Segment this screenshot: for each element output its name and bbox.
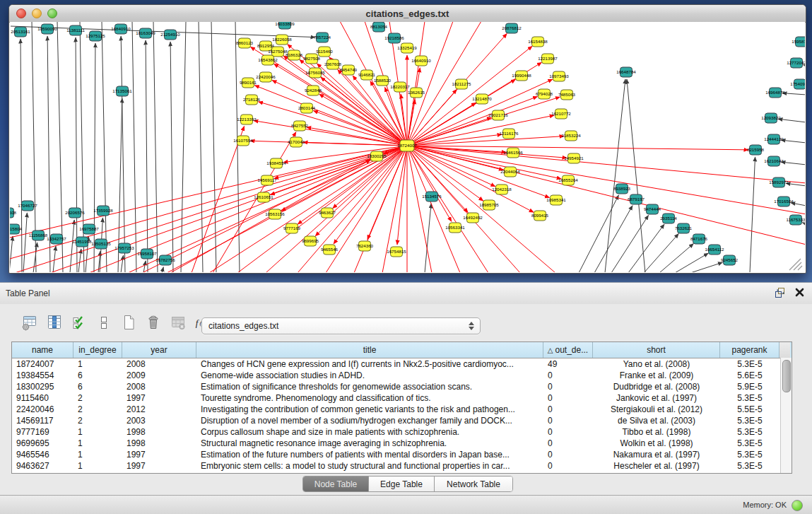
float-panel-icon[interactable] [774,286,786,298]
cell-year[interactable]: 2008 [122,359,196,369]
cell-year[interactable]: 2008 [122,382,196,392]
graph-node[interactable]: 18724007 [397,140,417,151]
graph-edge[interactable] [644,233,678,272]
graph-edge[interactable] [254,86,407,146]
graph-edge[interactable] [23,213,27,272]
graph-edge[interactable] [781,140,805,143]
graph-edge[interactable] [10,146,407,238]
show-columns-icon[interactable] [46,314,63,331]
graph-edge[interactable] [611,215,649,272]
table-row[interactable]: 977716911998Corpus callosum shape and si… [12,426,792,438]
cell-title[interactable]: Embryonic stem cells: a model to study s… [196,461,543,471]
cell-short[interactable]: Dudbridge et al. (2008) [593,382,720,392]
table-row[interactable]: 1938455462009Genome-wide association stu… [12,370,792,381]
graph-node[interactable]: 9890161 [240,78,257,88]
cell-short[interactable]: Stergiakouli et al. (2012) [593,404,720,414]
graph-edge[interactable] [10,236,13,272]
cell-name[interactable]: 9699695 [12,438,73,448]
cell-out_degree[interactable]: 0 [543,393,593,403]
graph-node[interactable]: 9146821 [358,70,376,80]
graph-node[interactable]: 20206576 [65,208,85,218]
cell-in_degree[interactable]: 2 [73,416,122,426]
graph-node[interactable]: 1362615 [408,88,425,98]
select-rows-icon[interactable] [71,314,88,331]
graph-node[interactable]: 17135061 [112,86,132,96]
cell-short[interactable]: de Silva et al. (2003) [593,416,720,426]
table-row[interactable]: 1830029562008Estimation of significance … [12,381,792,392]
cell-in_degree[interactable]: 1 [73,461,122,471]
graph-edge[interactable] [146,40,148,272]
cell-title[interactable]: Investigating the contribution of common… [196,404,543,414]
table-row[interactable]: 946554611997Estimation of the future num… [12,449,792,460]
cell-name[interactable]: 14569117 [12,416,73,426]
graph-node[interactable]: 13325419 [397,43,417,53]
cell-short[interactable]: Jankovic et al. (1997) [593,393,720,403]
graph-node[interactable]: 9634508 [10,208,17,218]
cell-year[interactable]: 2009 [122,370,196,380]
tab-edge-table[interactable]: Edge Table [369,477,435,491]
graph-node[interactable]: 8813054 [370,22,388,32]
table-settings-icon[interactable] [21,314,38,331]
cell-pagerank[interactable]: 5.9E-5 [720,382,779,392]
column-header-short[interactable]: short [593,342,720,358]
graph-node[interactable]: 16840910 [111,24,131,34]
cell-in_degree[interactable]: 1 [73,450,122,460]
cell-name[interactable]: 22420046 [12,404,73,414]
graph-edge[interactable] [272,80,407,146]
cell-pagerank[interactable]: 5.3E-5 [720,438,779,448]
cell-out_degree[interactable]: 49 [543,359,593,369]
graph-edge[interactable] [80,22,84,272]
graph-edge[interactable] [579,195,618,272]
graph-node[interactable]: 7857224 [314,33,331,42]
graph-node[interactable]: 7632621 [675,223,693,233]
network-window-titlebar[interactable]: citations_edges.txt [9,5,806,23]
cell-out_degree[interactable]: 0 [543,416,593,426]
graph-node[interactable]: 21254910 [160,30,180,40]
graph-node[interactable]: 9777169 [283,223,301,233]
graph-node[interactable]: 9115460 [316,47,333,57]
cell-in_degree[interactable]: 2 [73,404,122,414]
cell-short[interactable]: Tibbo et al. (1998) [593,427,720,437]
graph-edge[interactable] [425,204,431,272]
graph-edge[interactable] [407,146,805,214]
graph-edge[interactable] [628,224,664,272]
graph-node[interactable]: 15892971 [769,177,789,187]
graph-node[interactable]: 16640910 [411,56,431,66]
graph-edge[interactable] [170,42,173,272]
table-row[interactable]: 969969511998Structural magnetic resonanc… [12,438,792,449]
delete-table-icon[interactable] [170,314,187,331]
cell-title[interactable]: Estimation of significance thresholds fo… [196,382,543,392]
graph-edge[interactable] [782,93,805,95]
cell-year[interactable]: 2003 [122,416,196,426]
canvas-resize-grip[interactable] [789,259,802,270]
column-header-pagerank[interactable]: pagerank [720,342,779,358]
graph-node[interactable]: 15958712 [792,37,805,47]
table-row[interactable]: 946362711997Embryonic stem cells: a mode… [12,460,792,472]
graph-node[interactable]: 17540994 [790,79,805,89]
column-header-out_degree[interactable]: △out_de... [543,342,593,358]
graph-node[interactable]: 16107554 [233,136,253,146]
graph-edge[interactable] [690,262,722,272]
cell-name[interactable]: 19384554 [12,370,73,380]
graph-node[interactable]: 2718126 [243,95,261,105]
graph-node[interactable]: 8860123 [236,38,254,48]
table-row[interactable]: 1872400712008Changes of HCN gene express… [12,358,792,370]
cell-pagerank[interactable]: 5.3E-5 [720,450,779,460]
cell-pagerank[interactable]: 5.5E-5 [720,404,779,414]
graph-node[interactable]: 12213987 [538,54,558,64]
cell-year[interactable]: 1997 [122,461,196,471]
cell-short[interactable]: Hescheler et al. (1997) [593,461,720,471]
graph-edge[interactable] [315,146,407,236]
graph-node[interactable]: 8186328 [286,50,303,60]
graph-node[interactable]: 2367608 [324,59,342,69]
cell-in_degree[interactable]: 1 [73,359,122,369]
cell-short[interactable]: Wolkin et al. (1998) [593,438,720,448]
cell-pagerank[interactable]: 5.3E-5 [720,393,779,403]
graph-edge[interactable] [594,206,632,272]
graph-edge[interactable] [778,119,805,122]
graph-node[interactable]: 2935114 [660,214,677,223]
graph-edge[interactable] [627,79,645,272]
graph-node[interactable]: 10654112 [705,245,724,255]
graph-node[interactable]: 8454749 [340,65,358,75]
graph-edge[interactable] [162,267,163,272]
